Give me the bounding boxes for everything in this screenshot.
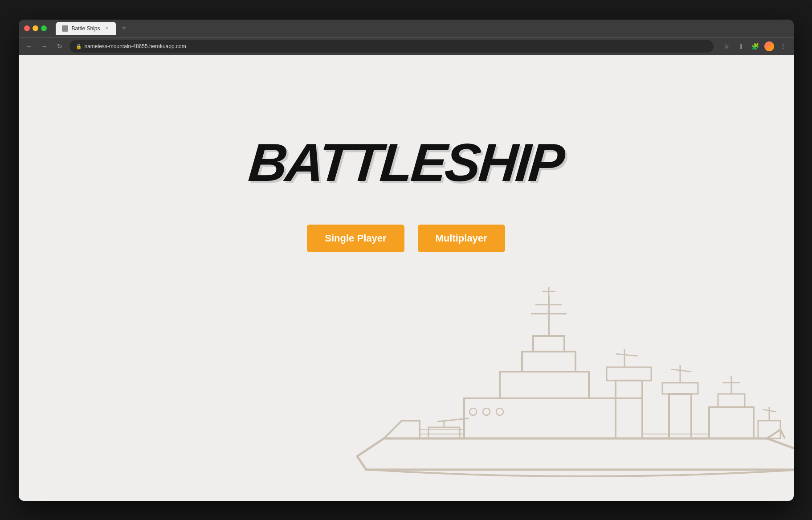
maximize-traffic-light[interactable] bbox=[41, 25, 47, 31]
svg-rect-18 bbox=[709, 407, 754, 438]
single-player-button[interactable]: Single Player bbox=[307, 225, 404, 252]
svg-line-13 bbox=[616, 354, 638, 356]
refresh-button[interactable]: ↻ bbox=[54, 41, 65, 52]
battleship-svg bbox=[331, 269, 794, 501]
tab-title: Battle Ships bbox=[72, 25, 100, 32]
extensions-icon[interactable]: 🧩 bbox=[750, 41, 761, 52]
svg-rect-25 bbox=[428, 427, 460, 438]
info-icon[interactable]: ℹ bbox=[736, 41, 747, 52]
multiplayer-button[interactable]: Multiplayer bbox=[418, 225, 505, 252]
forward-button[interactable]: → bbox=[39, 41, 50, 52]
svg-rect-4 bbox=[533, 336, 564, 352]
page-content: BATTLESHIP Single Player Multiplayer bbox=[19, 55, 794, 501]
svg-rect-22 bbox=[758, 421, 780, 438]
lock-icon: 🔒 bbox=[76, 44, 82, 49]
tab-close-button[interactable]: × bbox=[104, 25, 110, 32]
svg-rect-10 bbox=[616, 381, 642, 438]
tab-bar: Battle Ships × + bbox=[56, 22, 131, 35]
active-tab[interactable]: Battle Ships × bbox=[56, 22, 116, 35]
buttons-row: Single Player Multiplayer bbox=[307, 225, 505, 252]
url-text: nameless-mountain-48655.herokuapp.com bbox=[85, 43, 186, 49]
svg-rect-3 bbox=[522, 352, 575, 372]
traffic-lights bbox=[24, 25, 47, 31]
menu-icon[interactable]: ⋮ bbox=[778, 41, 788, 52]
close-traffic-light[interactable] bbox=[24, 25, 30, 31]
minimize-traffic-light[interactable] bbox=[33, 25, 38, 31]
game-title: BATTLESHIP bbox=[247, 135, 565, 189]
svg-rect-2 bbox=[500, 372, 589, 398]
svg-rect-14 bbox=[669, 394, 691, 438]
title-bar: Battle Ships × + bbox=[19, 20, 794, 37]
address-bar: ← → ↻ 🔒 nameless-mountain-48655.herokuap… bbox=[19, 37, 794, 55]
profile-avatar[interactable] bbox=[764, 41, 774, 51]
tab-favicon bbox=[62, 25, 68, 32]
address-input[interactable]: 🔒 nameless-mountain-48655.herokuapp.com bbox=[69, 40, 714, 53]
svg-line-17 bbox=[671, 369, 691, 372]
bookmark-icon[interactable]: ☆ bbox=[722, 41, 732, 52]
new-tab-button[interactable]: + bbox=[118, 22, 131, 35]
svg-point-32 bbox=[483, 408, 490, 415]
ship-illustration bbox=[331, 269, 794, 501]
svg-rect-15 bbox=[662, 383, 698, 394]
browser-actions: ☆ ℹ 🧩 ⋮ bbox=[722, 41, 788, 52]
svg-point-31 bbox=[469, 408, 477, 415]
svg-rect-11 bbox=[607, 367, 651, 381]
svg-point-33 bbox=[496, 408, 503, 415]
back-button[interactable]: ← bbox=[24, 41, 35, 52]
browser-window: Battle Ships × + ← → ↻ 🔒 nameless-mounta… bbox=[19, 20, 794, 501]
svg-rect-19 bbox=[718, 394, 745, 407]
